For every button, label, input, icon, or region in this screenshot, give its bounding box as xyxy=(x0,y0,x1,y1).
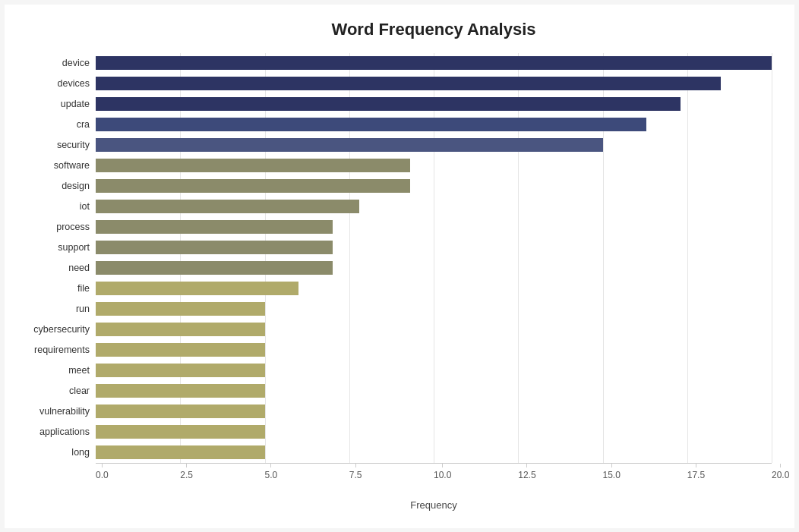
x-tick: 0.0 xyxy=(96,464,109,480)
bar xyxy=(96,425,265,439)
bar-label: need xyxy=(12,263,96,273)
bar-label: design xyxy=(12,181,96,191)
x-tick: 10.0 xyxy=(434,464,451,480)
bar-label: file xyxy=(12,283,96,294)
bar-row: long xyxy=(96,445,772,460)
bar xyxy=(96,138,603,152)
bars-area: devicedevicesupdatecrasecuritysoftwarede… xyxy=(96,53,772,463)
bar xyxy=(96,220,333,234)
bar-row: devices xyxy=(96,76,772,91)
bar-label: devices xyxy=(12,78,96,89)
x-axis: 0.02.55.07.510.012.515.017.520.0 xyxy=(96,463,772,493)
x-tick: 7.5 xyxy=(349,464,362,480)
chart-title: Word Frequency Analysis xyxy=(96,20,772,39)
x-tick-label: 15.0 xyxy=(603,470,621,480)
chart-area: devicedevicesupdatecrasecuritysoftwarede… xyxy=(96,53,772,493)
bar xyxy=(96,261,333,275)
x-tick-label: 2.5 xyxy=(180,470,193,480)
x-tick: 5.0 xyxy=(265,464,278,480)
x-tick-line xyxy=(611,464,612,467)
x-tick-label: 20.0 xyxy=(772,470,789,480)
bar-label: vulnerability xyxy=(12,406,96,417)
bar-row: clear xyxy=(96,383,772,398)
bar-row: update xyxy=(96,96,772,112)
bar-label: cybersecurity xyxy=(12,324,96,335)
bar-row: process xyxy=(96,219,772,235)
bar xyxy=(96,343,265,357)
bar-label: cra xyxy=(12,119,96,130)
x-tick-line xyxy=(526,464,527,467)
x-tick-label: 7.5 xyxy=(349,470,362,480)
bar-row: requirements xyxy=(96,342,772,357)
x-tick-line xyxy=(442,464,443,467)
bar-label: update xyxy=(12,99,96,109)
bar-label: process xyxy=(12,222,96,232)
chart-container: Word Frequency Analysis devicedevicesupd… xyxy=(5,5,794,528)
grid-line xyxy=(772,53,772,463)
bar xyxy=(96,179,410,193)
bar xyxy=(96,323,265,336)
bar-row: cybersecurity xyxy=(96,322,772,337)
bar-row: applications xyxy=(96,424,772,439)
bar-label: run xyxy=(12,304,96,314)
x-tick: 2.5 xyxy=(180,464,193,480)
bar-row: cra xyxy=(96,117,772,132)
bar-label: software xyxy=(12,160,96,171)
bar-row: device xyxy=(96,55,772,71)
x-tick-line xyxy=(186,464,187,467)
bar xyxy=(96,302,265,316)
bar-row: design xyxy=(96,178,772,194)
bar-row: support xyxy=(96,240,772,255)
bar-row: software xyxy=(96,158,772,173)
bar-row: vulnerability xyxy=(96,404,772,419)
bar-row: meet xyxy=(96,363,772,378)
bar-label: device xyxy=(12,58,96,68)
x-tick: 15.0 xyxy=(603,464,621,480)
x-tick-line xyxy=(780,464,781,467)
x-tick-label: 5.0 xyxy=(265,470,278,480)
bar xyxy=(96,56,772,70)
bar-label: long xyxy=(12,447,96,458)
bar-label: iot xyxy=(12,201,96,212)
x-tick-label: 17.5 xyxy=(687,470,705,480)
bar xyxy=(96,241,333,254)
bar-row: run xyxy=(96,301,772,316)
bar-label: requirements xyxy=(12,345,96,355)
bar xyxy=(96,118,646,131)
x-tick-line xyxy=(355,464,356,467)
x-tick: 12.5 xyxy=(518,464,535,480)
bar-row: need xyxy=(96,260,772,275)
bar-row: security xyxy=(96,137,772,153)
bar-label: clear xyxy=(12,386,96,396)
x-tick-line xyxy=(102,464,103,467)
bar xyxy=(96,445,265,459)
bar xyxy=(96,405,265,418)
x-tick: 20.0 xyxy=(772,464,789,480)
x-tick-label: 0.0 xyxy=(96,470,109,480)
bar xyxy=(96,159,410,172)
bar xyxy=(96,97,681,111)
bar-label: support xyxy=(12,242,96,253)
bar-row: iot xyxy=(96,199,772,214)
x-tick-label: 10.0 xyxy=(434,470,451,480)
x-axis-label: Frequency xyxy=(96,499,772,511)
bar xyxy=(96,200,359,213)
bar xyxy=(96,384,265,398)
x-tick-line xyxy=(696,464,696,467)
bar-label: meet xyxy=(12,365,96,376)
bar xyxy=(96,282,298,295)
bar xyxy=(96,77,721,90)
bar-label: security xyxy=(12,140,96,150)
x-tick: 17.5 xyxy=(687,464,705,480)
x-tick-line xyxy=(270,464,271,467)
bar-row: file xyxy=(96,281,772,296)
x-tick-label: 12.5 xyxy=(518,470,535,480)
bar-label: applications xyxy=(12,427,96,437)
bar xyxy=(96,364,265,377)
